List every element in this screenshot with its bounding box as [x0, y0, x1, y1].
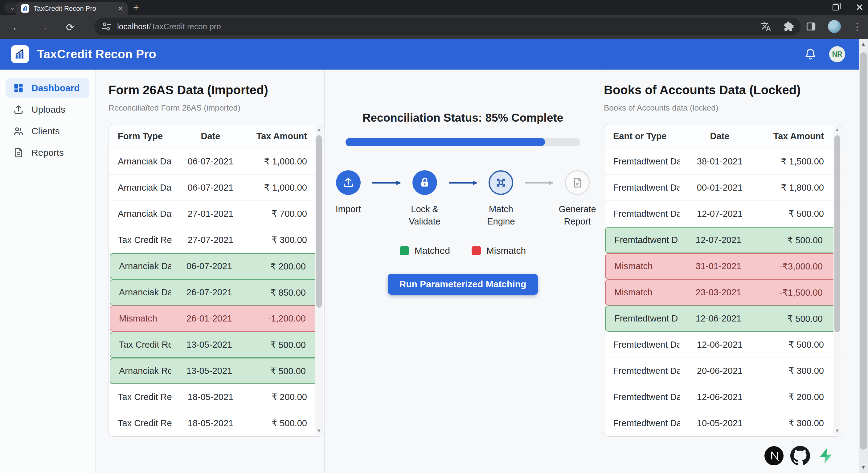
window-restore-button[interactable]: [833, 4, 839, 10]
user-avatar[interactable]: NR: [829, 46, 845, 62]
tab-close-icon[interactable]: ×: [118, 4, 123, 13]
table-row[interactable]: Fremtadtwent Data... 38-01-2021 ₹ 1,500.…: [604, 148, 842, 175]
table-scrollbar[interactable]: ▲ ▼: [315, 125, 323, 435]
scroll-down-icon[interactable]: ▼: [315, 427, 323, 435]
window-minimize-button[interactable]: —: [808, 3, 816, 12]
legend-matched: Matched: [400, 245, 450, 256]
cell-entry-type: Fremtedtwent Data...: [604, 392, 680, 402]
site-settings-icon[interactable]: [101, 21, 112, 32]
side-panel-icon[interactable]: [806, 21, 816, 32]
table-row[interactable]: Fremtedtwent Data... 20-06-2021 ₹ 300.00: [604, 358, 842, 384]
extensions-icon[interactable]: [783, 21, 794, 32]
table-row[interactable]: Fremtadtwent Data... 12-07-2021 ₹ 500.00: [604, 201, 842, 227]
forward-button[interactable]: →: [38, 22, 48, 33]
cell-date: 31-01-2021: [678, 261, 758, 271]
form26as-table: Form Type Date Tax Amount Arnanciak Data…: [108, 124, 324, 437]
right-panel-title: Books of Accounts Data (Locked): [604, 83, 858, 97]
cell-tax-amount: -1,200.00: [248, 313, 309, 324]
address-bar[interactable]: localhost/TaxCredit recon pro: [94, 18, 801, 35]
scrollbar-thumb[interactable]: [316, 135, 322, 308]
table-scrollbar[interactable]: ▲ ▼: [834, 125, 841, 435]
table-row[interactable]: Mismatch 31-01-2021 -₹3,000.00: [605, 253, 841, 279]
table-row[interactable]: Tax Credit Reco... 18-05-2021 ₹ 500.00: [109, 410, 324, 436]
cell-date: 06-07-2021: [172, 182, 249, 193]
scroll-down-icon[interactable]: ▼: [834, 427, 841, 435]
sidebar-item-label: Clients: [31, 126, 60, 136]
footer-badges: [765, 446, 835, 466]
import-upload-icon: [342, 176, 354, 189]
table-row[interactable]: Tax Credit Reco... 27-07-2021 ₹ 300.00: [109, 227, 324, 253]
cell-date: 12-06-2021: [678, 313, 758, 324]
table-row[interactable]: Tax Credit Reco... 13-05-2021 ₹ 500.00: [110, 332, 323, 358]
browser-profile-avatar[interactable]: [828, 20, 841, 33]
reports-document-icon: [13, 147, 24, 158]
table-row[interactable]: Arnanciak Reco... 13-05-2021 ₹ 500.00: [110, 358, 323, 384]
generate-report-step-circle[interactable]: [565, 170, 590, 195]
import-step-circle[interactable]: [336, 170, 361, 195]
table-row[interactable]: Fremtedtwent Data... 12-06-2021 ₹ 200.00: [604, 384, 842, 410]
bolt-logo-icon[interactable]: [817, 447, 835, 465]
step-arrow-icon: [448, 181, 478, 185]
form26as-panel: Form 26AS Data (Imported) Reconciliaïted…: [96, 70, 325, 473]
cell-form-type: Arnanciak Reco...: [110, 366, 171, 376]
step-label: Generate Report: [554, 203, 601, 228]
table-row[interactable]: Fremtedtwent Data... 10-05-2021 ₹ 300.00: [604, 410, 842, 436]
window-close-button[interactable]: ✕: [855, 2, 864, 13]
table-row[interactable]: Fremtedtwent Data... 12-06-2021 ₹ 500.00: [604, 332, 842, 358]
left-panel-title: Form 26AS Data (Imported): [108, 83, 324, 97]
table-row[interactable]: Arnanciak Data... 06-07-2021 ₹ 1,000.00: [109, 148, 324, 175]
cell-form-type: Tax Credit Reco...: [109, 235, 172, 245]
table-row[interactable]: Arnanciak Data... 27-01-2021 ₹ 700.00: [109, 201, 324, 227]
back-button[interactable]: ←: [12, 22, 22, 33]
legend-mismatch-label: Mismatch: [487, 245, 526, 256]
app-header: TaxCredit Recon Pro NR: [0, 39, 859, 70]
scroll-down-icon[interactable]: ▼: [859, 464, 868, 471]
scrollbar-thumb[interactable]: [834, 135, 840, 332]
github-logo-icon[interactable]: [790, 446, 810, 466]
run-parameterized-matching-button[interactable]: Run Parameterized Matching: [388, 274, 538, 295]
table-row[interactable]: Arnanciak Data... 26-07-2021 ₹ 850.00: [110, 279, 323, 305]
cell-tax-amount: -₹1,500.00: [758, 287, 827, 298]
scroll-up-icon[interactable]: ▲: [834, 125, 841, 134]
cell-date: 06-07-2021: [171, 261, 248, 271]
page-scrollbar[interactable]: ▲ ▼: [859, 39, 868, 473]
table-row[interactable]: Fremtadtwent Data... 00-01-2021 ₹ 1,800.…: [604, 175, 842, 201]
cell-date: 26-07-2021: [171, 287, 248, 298]
step-label: Import: [325, 203, 372, 215]
new-tab-button[interactable]: +: [133, 2, 139, 12]
cell-tax-amount: ₹ 500.00: [248, 340, 309, 350]
lock-step-circle[interactable]: [412, 170, 437, 195]
left-panel-subtitle: Reconciliaïted Form 26AS (imported): [108, 103, 324, 113]
browser-toolbar: ← → ⟳ localhost/TaxCredit recon pro ⋮: [0, 15, 868, 39]
table-row[interactable]: Fremtedtwent Data... 12-06-2021 ₹ 500.00: [605, 305, 841, 332]
table-row[interactable]: Tax Credit Reco... 18-05-2021 ₹ 200.00: [109, 384, 324, 410]
sidebar-item-clients[interactable]: Clients: [5, 121, 89, 141]
reload-button[interactable]: ⟳: [66, 22, 74, 33]
scrollbar-thumb[interactable]: [860, 53, 867, 449]
table-row[interactable]: Mismatch 23-03-2021 -₹1,500.00: [605, 279, 841, 305]
cell-date: 23-03-2021: [678, 287, 758, 298]
browser-tab[interactable]: TaxCredit Recon Pro ×: [16, 2, 128, 15]
sidebar-item-reports[interactable]: Reports: [5, 143, 89, 163]
table-row[interactable]: Arnanciak Data... 06-07-2021 ₹ 200.00: [110, 253, 323, 279]
match-engine-icon: [494, 176, 507, 189]
cell-date: 12-06-2021: [680, 392, 760, 402]
cell-date: 38-01-2021: [680, 157, 760, 167]
scroll-up-icon[interactable]: ▲: [859, 41, 868, 47]
browser-menu-icon[interactable]: ⋮: [852, 21, 862, 32]
match-engine-step-circle[interactable]: [489, 170, 513, 195]
site-favicon: [21, 4, 29, 13]
table-row[interactable]: Fremtadtwent Data... 12-07-2021 ₹ 500.00: [605, 227, 841, 253]
scroll-up-icon[interactable]: ▲: [315, 125, 323, 134]
cell-tax-amount: ₹ 500.00: [758, 313, 827, 324]
notifications-bell-icon[interactable]: [804, 48, 817, 61]
progress-bar: [345, 138, 581, 146]
step-label: Match Engine: [478, 203, 525, 228]
translate-icon[interactable]: [761, 21, 771, 32]
sidebar-item-dashboard[interactable]: Dashboard: [5, 78, 89, 98]
nextjs-logo-icon[interactable]: [765, 446, 783, 465]
table-row[interactable]: Arnanciak Data... 06-07-2021 ₹ 1,000.00: [109, 175, 324, 201]
sidebar-item-uploads[interactable]: Uploads: [5, 100, 89, 120]
table-row[interactable]: Mismatch 26-01-2021 -1,200.00: [110, 305, 323, 332]
column-header-form-type: Form Type: [109, 131, 172, 141]
